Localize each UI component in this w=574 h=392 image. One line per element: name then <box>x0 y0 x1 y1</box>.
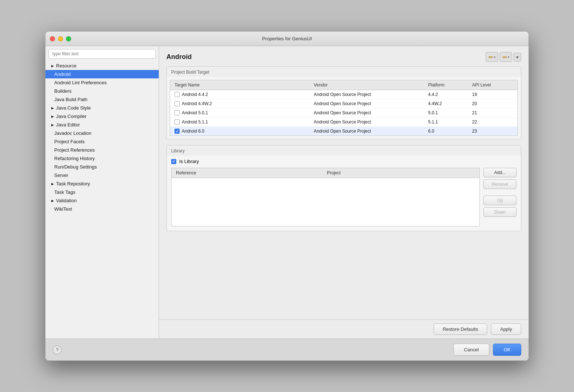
nav-buttons: ⬅ ▾ ➡ ▾ ▾ <box>486 52 521 62</box>
bottom-bar: ? Cancel OK <box>45 339 529 360</box>
cell-target-name: Android 4.4W.2 <box>173 100 312 107</box>
cell-vendor: Android Open Source Project <box>312 110 427 116</box>
target-name-text: Android 5.0.1 <box>182 110 208 115</box>
main-window: Properties for GeniusUI ResourceAndroidA… <box>45 31 529 361</box>
back-arrow-icon: ⬅ <box>488 53 493 60</box>
restore-defaults-button[interactable]: Restore Defaults <box>434 323 487 335</box>
library-reference-table: Reference Project <box>171 168 480 226</box>
cell-platform: 6.0 <box>427 128 471 134</box>
apply-button[interactable]: Apply <box>491 323 521 335</box>
sidebar-item-builders[interactable]: Builders <box>45 87 159 95</box>
build-target-title: Project Build Target <box>167 67 521 77</box>
col-platform: Platform <box>427 82 471 88</box>
library-title: Library <box>167 145 521 156</box>
is-library-checkbox[interactable] <box>171 159 176 164</box>
sidebar-item-run-debug-settings[interactable]: Run/Debug Settings <box>45 163 159 171</box>
cell-target-name: Android 5.0.1 <box>173 110 312 116</box>
sidebar-item-project-facets[interactable]: Project Facets <box>45 137 159 146</box>
is-library-row: Is Library <box>171 159 516 164</box>
table-row[interactable]: Android 4.4W.2Android Open Source Projec… <box>170 99 518 108</box>
content-area: Android ⬅ ▾ ➡ ▾ ▾ Project Build Targe <box>159 46 529 339</box>
back-dropdown-icon[interactable]: ▾ <box>494 55 496 59</box>
page-title: Android <box>166 53 192 61</box>
sidebar-item-refactoring-history[interactable]: Refactoring History <box>45 154 159 163</box>
forward-button[interactable]: ➡ ▾ <box>500 52 512 62</box>
table-row[interactable]: Android 5.0.1Android Open Source Project… <box>170 108 518 118</box>
col-target-name: Target Name <box>173 82 312 88</box>
add-button[interactable]: Add... <box>483 168 516 177</box>
sidebar-nav: ResourceAndroidAndroid Lint PreferencesB… <box>45 62 159 213</box>
sidebar-item-task-tags[interactable]: Task Tags <box>45 188 159 196</box>
close-button[interactable] <box>50 36 55 41</box>
maximize-button[interactable] <box>66 36 71 41</box>
is-library-label: Is Library <box>179 159 199 164</box>
build-target-section: Project Build Target Target Name Vendor … <box>166 66 521 139</box>
forward-arrow-icon: ➡ <box>502 53 507 60</box>
target-name-text: Android 4.4.2 <box>182 92 208 97</box>
row-checkbox[interactable] <box>174 101 180 106</box>
target-name-text: Android 4.4W.2 <box>182 101 212 106</box>
cell-vendor: Android Open Source Project <box>312 91 427 98</box>
sidebar-item-project-references[interactable]: Project References <box>45 146 159 154</box>
library-section: Library Is Library Reference Project <box>166 145 521 231</box>
library-table-wrapper: Reference Project Add... Remove Up Down <box>171 168 516 226</box>
table-row[interactable]: Android 5.1.1Android Open Source Project… <box>170 118 518 127</box>
more-dropdown[interactable]: ▾ <box>514 53 521 62</box>
cell-target-name: Android 5.1.1 <box>173 119 312 125</box>
row-checkbox[interactable] <box>174 110 180 115</box>
minimize-button[interactable] <box>58 36 63 41</box>
cell-target-name: Android 4.4.2 <box>173 91 312 98</box>
content-body: Project Build Target Target Name Vendor … <box>159 66 529 319</box>
forward-dropdown-icon[interactable]: ▾ <box>508 55 509 59</box>
build-target-table-header: Target Name Vendor Platform API Level <box>170 80 518 90</box>
down-button[interactable]: Down <box>483 207 516 217</box>
row-checkbox[interactable] <box>174 129 180 134</box>
table-row[interactable]: Android 4.4.2Android Open Source Project… <box>170 90 518 99</box>
cell-vendor: Android Open Source Project <box>312 119 427 125</box>
sidebar-item-task-repository[interactable]: Task Repository <box>45 180 159 188</box>
up-button[interactable]: Up <box>483 196 516 205</box>
cell-target-name: Android 6.0 <box>173 128 312 134</box>
target-name-text: Android 5.1.1 <box>182 119 208 125</box>
build-target-table: Target Name Vendor Platform API Level An… <box>170 80 518 136</box>
sidebar-item-server[interactable]: Server <box>45 171 159 180</box>
ok-button[interactable]: OK <box>493 344 521 356</box>
cell-api-level: 19 <box>471 91 515 98</box>
cell-api-level: 23 <box>471 128 515 134</box>
sidebar-item-android-lint[interactable]: Android Lint Preferences <box>45 78 159 87</box>
main-content: ResourceAndroidAndroid Lint PreferencesB… <box>45 46 529 339</box>
library-body: Is Library Reference Project Add... <box>167 156 521 231</box>
cell-api-level: 22 <box>471 119 515 125</box>
cell-platform: 5.1.1 <box>427 119 471 125</box>
sidebar-item-android[interactable]: Android <box>45 70 159 78</box>
search-input[interactable] <box>48 49 156 59</box>
window-title: Properties for GeniusUI <box>262 36 312 41</box>
cell-platform: 4.4.2 <box>427 91 471 98</box>
sidebar-item-javadoc-location[interactable]: Javadoc Location <box>45 129 159 137</box>
back-button[interactable]: ⬅ ▾ <box>486 52 498 62</box>
sidebar-item-java-build-path[interactable]: Java Build Path <box>45 95 159 104</box>
sidebar-item-java-editor[interactable]: Java Editor <box>45 121 159 129</box>
content-header: Android ⬅ ▾ ➡ ▾ ▾ <box>159 46 529 66</box>
help-button[interactable]: ? <box>53 345 62 354</box>
cancel-button[interactable]: Cancel <box>453 344 489 356</box>
table-row[interactable]: Android 6.0Android Open Source Project6.… <box>170 127 518 136</box>
sidebar-item-resource[interactable]: Resource <box>45 62 159 70</box>
library-buttons: Add... Remove Up Down <box>483 168 516 226</box>
cell-vendor: Android Open Source Project <box>312 128 427 134</box>
col-api-level: API Level <box>471 82 515 88</box>
remove-button[interactable]: Remove <box>483 180 516 189</box>
sidebar-item-validation[interactable]: Validation <box>45 196 159 205</box>
sidebar-item-wikitext[interactable]: WikiText <box>45 205 159 213</box>
target-name-text: Android 6.0 <box>182 129 204 134</box>
col-reference: Reference <box>174 170 325 176</box>
sidebar-item-java-code-style[interactable]: Java Code Style <box>45 104 159 112</box>
traffic-lights <box>50 36 71 41</box>
cell-vendor: Android Open Source Project <box>312 100 427 107</box>
row-checkbox[interactable] <box>174 92 180 97</box>
col-vendor: Vendor <box>312 82 427 88</box>
row-checkbox[interactable] <box>174 119 180 125</box>
cell-platform: 5.0.1 <box>427 110 471 116</box>
sidebar-item-java-compiler[interactable]: Java Compiler <box>45 112 159 121</box>
build-target-rows: Android 4.4.2Android Open Source Project… <box>170 90 518 136</box>
